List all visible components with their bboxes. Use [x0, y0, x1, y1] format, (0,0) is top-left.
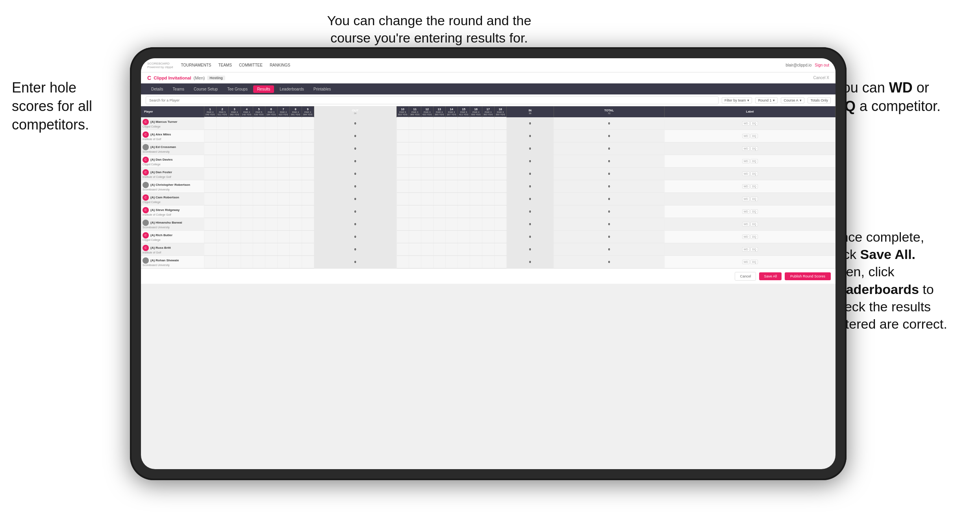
hole-16-input[interactable]: [470, 180, 482, 192]
hole-2-input[interactable]: [216, 155, 228, 167]
score-input[interactable]: [495, 246, 506, 253]
hole-18-input[interactable]: [494, 167, 506, 180]
hole-11-input[interactable]: [409, 117, 421, 130]
score-input[interactable]: [495, 170, 506, 177]
hole-5-input[interactable]: [253, 142, 265, 155]
score-input[interactable]: [434, 170, 445, 177]
tab-tee-groups[interactable]: Tee Groups: [223, 85, 252, 93]
hole-9-input[interactable]: [302, 155, 314, 167]
score-input[interactable]: [398, 195, 408, 202]
score-input[interactable]: [242, 246, 252, 253]
hole-13-input[interactable]: [433, 243, 445, 255]
score-input[interactable]: [291, 120, 301, 127]
course-selector[interactable]: Course A ▾: [781, 97, 804, 104]
hole-16-input[interactable]: [470, 218, 482, 230]
score-input[interactable]: [254, 157, 264, 165]
hole-7-input[interactable]: [277, 218, 289, 230]
score-input[interactable]: [483, 170, 493, 177]
score-input[interactable]: [446, 220, 457, 227]
totals-only-toggle[interactable]: Totals Only: [808, 97, 831, 104]
hole-2-input[interactable]: [216, 129, 228, 142]
hole-8-input[interactable]: [289, 142, 302, 155]
hole-7-input[interactable]: [277, 192, 289, 205]
score-input[interactable]: [422, 220, 432, 227]
score-input[interactable]: [398, 246, 408, 253]
hole-6-input[interactable]: [265, 180, 277, 192]
score-input[interactable]: [205, 220, 215, 227]
hole-17-input[interactable]: [482, 205, 494, 218]
hole-5-input[interactable]: [253, 155, 265, 167]
score-input[interactable]: [434, 208, 445, 215]
wd-button[interactable]: WD: [742, 159, 750, 163]
dq-button[interactable]: DQ: [750, 121, 758, 126]
hole-17-input[interactable]: [482, 142, 494, 155]
hole-15-input[interactable]: [458, 205, 470, 218]
score-input[interactable]: [495, 145, 506, 152]
cancel-button-top[interactable]: Cancel X: [813, 76, 829, 80]
hole-11-input[interactable]: [409, 243, 421, 255]
score-input[interactable]: [483, 183, 493, 190]
wd-button[interactable]: WD: [742, 121, 750, 126]
score-input[interactable]: [242, 220, 252, 227]
score-input[interactable]: [459, 220, 469, 227]
score-input[interactable]: [410, 157, 420, 165]
hole-14-input[interactable]: [445, 243, 458, 255]
dq-button[interactable]: DQ: [750, 146, 758, 151]
hole-6-input[interactable]: [265, 192, 277, 205]
dq-button[interactable]: DQ: [750, 260, 758, 264]
hole-2-input[interactable]: [216, 167, 228, 180]
hole-16-input[interactable]: [470, 142, 482, 155]
score-input[interactable]: [278, 195, 289, 202]
score-input[interactable]: [434, 132, 445, 139]
hole-1-input[interactable]: [204, 180, 216, 192]
score-input[interactable]: [230, 220, 240, 227]
score-input[interactable]: [398, 258, 408, 265]
hole-14-input[interactable]: [445, 167, 458, 180]
hole-3-input[interactable]: [228, 218, 241, 230]
score-input[interactable]: [254, 132, 264, 139]
hole-1-input[interactable]: [204, 192, 216, 205]
nav-tournaments[interactable]: TOURNAMENTS: [181, 63, 211, 67]
hole-17-input[interactable]: [482, 180, 494, 192]
nav-committee[interactable]: COMMITTEE: [239, 63, 263, 67]
hole-2-input[interactable]: [216, 117, 228, 130]
score-input[interactable]: [254, 233, 264, 240]
hole-4-input[interactable]: [241, 218, 253, 230]
hole-4-input[interactable]: [241, 155, 253, 167]
score-input[interactable]: [242, 132, 252, 139]
hole-15-input[interactable]: [458, 129, 470, 142]
hole-1-input[interactable]: [204, 155, 216, 167]
hole-7-input[interactable]: [277, 230, 289, 243]
hole-7-input[interactable]: [277, 243, 289, 255]
dq-button[interactable]: DQ: [750, 247, 758, 251]
hole-11-input[interactable]: [409, 142, 421, 155]
score-input[interactable]: [483, 145, 493, 152]
hole-7-input[interactable]: [277, 129, 289, 142]
score-input[interactable]: [278, 120, 289, 127]
wd-button[interactable]: WD: [742, 184, 750, 189]
hole-4-input[interactable]: [241, 230, 253, 243]
score-input[interactable]: [230, 145, 240, 152]
score-input[interactable]: [398, 220, 408, 227]
score-input[interactable]: [459, 157, 469, 165]
hole-17-input[interactable]: [482, 243, 494, 255]
score-input[interactable]: [291, 246, 301, 253]
hole-10-input[interactable]: [396, 243, 409, 255]
tab-leaderboards[interactable]: Leaderboards: [276, 85, 308, 93]
hole-18-input[interactable]: [494, 180, 506, 192]
score-input[interactable]: [410, 208, 420, 215]
score-input[interactable]: [422, 195, 432, 202]
hole-8-input[interactable]: [289, 129, 302, 142]
score-input[interactable]: [410, 220, 420, 227]
score-input[interactable]: [278, 183, 289, 190]
score-input[interactable]: [278, 157, 289, 165]
score-input[interactable]: [303, 120, 313, 127]
score-input[interactable]: [410, 170, 420, 177]
hole-1-input[interactable]: [204, 205, 216, 218]
hole-16-input[interactable]: [470, 255, 482, 268]
hole-9-input[interactable]: [302, 255, 314, 268]
hole-15-input[interactable]: [458, 218, 470, 230]
score-input[interactable]: [205, 145, 215, 152]
hole-18-input[interactable]: [494, 255, 506, 268]
hole-9-input[interactable]: [302, 117, 314, 130]
